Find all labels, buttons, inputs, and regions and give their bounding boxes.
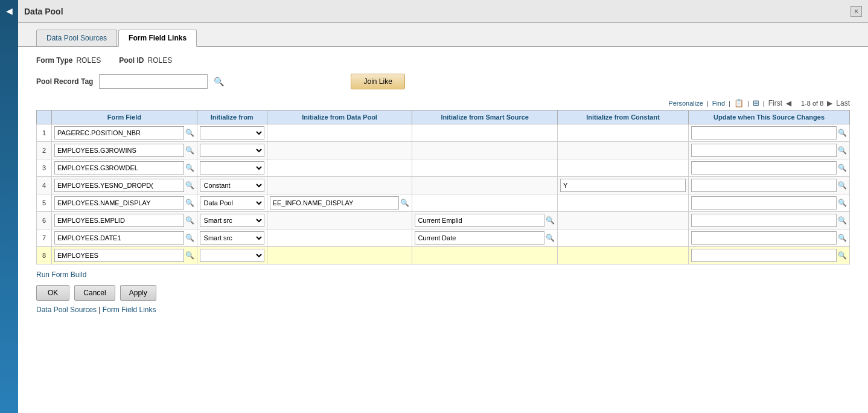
init-data-pool-input[interactable]	[270, 196, 400, 210]
initialize-from-select[interactable]: ConstantData PoolSmart src	[200, 144, 264, 157]
cell-form-field: 🔍	[52, 194, 197, 212]
pool-record-tag-input[interactable]	[99, 74, 208, 89]
form-field-search-icon[interactable]: 🔍	[185, 216, 194, 225]
cell-update-source: 🔍	[689, 247, 850, 264]
init-smart-source-search-icon[interactable]: 🔍	[546, 216, 555, 225]
ok-button[interactable]: OK	[36, 285, 69, 301]
cell-form-field: 🔍	[52, 177, 197, 194]
update-source-search-icon[interactable]: 🔍	[838, 146, 847, 155]
cell-initialize-from: ConstantData PoolSmart src	[197, 177, 267, 194]
update-source-search-icon[interactable]: 🔍	[838, 216, 847, 225]
row-number: 4	[37, 177, 52, 194]
main-panel: Data Pool × Data Pool Sources Form Field…	[18, 0, 868, 413]
update-source-search-icon[interactable]: 🔍	[838, 129, 847, 137]
col-update-source: Update when This Source Changes	[689, 110, 850, 124]
row-number: 8	[37, 247, 52, 264]
view-icon[interactable]: 📋	[734, 98, 744, 107]
tab-data-pool-sources[interactable]: Data Pool Sources	[36, 30, 117, 46]
form-field-input[interactable]	[54, 126, 184, 139]
cell-update-source: 🔍	[689, 194, 850, 212]
form-field-input[interactable]	[54, 214, 184, 227]
pool-record-search-icon[interactable]: 🔍	[214, 77, 224, 86]
bottom-form-field-links-link[interactable]: Form Field Links	[103, 306, 156, 314]
table-row: 3🔍ConstantData PoolSmart src🔍	[37, 159, 850, 177]
form-field-input[interactable]	[54, 179, 184, 192]
close-button[interactable]: ×	[850, 6, 862, 17]
cell-form-field: 🔍	[52, 124, 197, 142]
initialize-from-select[interactable]: ConstantData PoolSmart src	[200, 231, 264, 245]
form-field-search-icon[interactable]: 🔍	[185, 181, 194, 190]
cell-update-source: 🔍	[689, 159, 850, 177]
cell-form-field: 🔍	[52, 247, 197, 264]
table-row: 8🔍ConstantData PoolSmart src🔍	[37, 247, 850, 264]
row-number: 2	[37, 142, 52, 159]
form-field-search-icon[interactable]: 🔍	[185, 199, 194, 207]
bottom-data-pool-sources-link[interactable]: Data Pool Sources	[36, 306, 97, 314]
form-field-input[interactable]	[54, 249, 184, 262]
cell-initialize-from: ConstantData PoolSmart src	[197, 247, 267, 264]
cell-initialize-from: ConstantData PoolSmart src	[197, 229, 267, 247]
run-form-build-link[interactable]: Run Form Build	[36, 271, 86, 279]
update-source-input[interactable]	[691, 196, 837, 210]
update-source-search-icon[interactable]: 🔍	[838, 234, 847, 242]
initialize-from-select[interactable]: ConstantData PoolSmart src	[200, 214, 264, 227]
update-source-input[interactable]	[691, 231, 837, 245]
initialize-from-select[interactable]: ConstantData PoolSmart src	[200, 179, 264, 192]
table-row: 4🔍ConstantData PoolSmart src🔍	[37, 177, 850, 194]
cancel-button[interactable]: Cancel	[74, 285, 115, 301]
form-field-search-icon[interactable]: 🔍	[185, 146, 194, 155]
initialize-from-select[interactable]: ConstantData PoolSmart src	[200, 126, 264, 139]
update-source-input[interactable]	[691, 161, 837, 174]
next-nav-button[interactable]: ▶	[827, 99, 832, 107]
update-source-input[interactable]	[691, 144, 837, 157]
init-smart-source-search-icon[interactable]: 🔍	[546, 234, 555, 242]
cell-init-smart-source	[412, 177, 558, 194]
cell-init-smart-source: 🔍	[412, 229, 558, 247]
update-source-input[interactable]	[691, 179, 837, 192]
form-field-search-icon[interactable]: 🔍	[185, 251, 194, 260]
first-nav-button[interactable]: First	[768, 99, 782, 107]
cell-init-constant	[557, 247, 688, 264]
update-source-input[interactable]	[691, 249, 837, 262]
personalize-link[interactable]: Personalize	[668, 100, 703, 107]
update-source-search-icon[interactable]: 🔍	[838, 164, 847, 172]
init-data-pool-search-icon[interactable]: 🔍	[400, 199, 409, 207]
nav-arrow[interactable]: ◀	[6, 6, 13, 16]
init-smart-source-input[interactable]	[415, 214, 544, 227]
initialize-from-select[interactable]: ConstantData PoolSmart src	[200, 249, 264, 262]
cell-form-field: 🔍	[52, 142, 197, 159]
initialize-from-select[interactable]: ConstantData PoolSmart src	[200, 196, 264, 210]
form-field-input[interactable]	[54, 144, 184, 157]
update-source-input[interactable]	[691, 126, 837, 139]
initialize-from-select[interactable]: ConstantData PoolSmart src	[200, 161, 264, 174]
tab-form-field-links[interactable]: Form Field Links	[118, 30, 197, 47]
row-number: 7	[37, 229, 52, 247]
update-source-search-icon[interactable]: 🔍	[838, 199, 847, 207]
form-field-input[interactable]	[54, 161, 184, 174]
col-init-data-pool: Initialize from Data Pool	[267, 110, 412, 124]
form-field-search-icon[interactable]: 🔍	[185, 234, 194, 242]
last-nav-button[interactable]: Last	[836, 99, 850, 107]
row-number: 1	[37, 124, 52, 142]
init-smart-source-input[interactable]	[415, 231, 544, 245]
prev-nav-button[interactable]: ◀	[786, 99, 791, 107]
row-number: 3	[37, 159, 52, 177]
update-source-search-icon[interactable]: 🔍	[838, 181, 847, 190]
join-like-button[interactable]: Join Like	[351, 74, 404, 89]
cell-init-smart-source	[412, 142, 558, 159]
grid-icon[interactable]: ⊞	[753, 98, 759, 107]
title-bar: Data Pool ×	[18, 0, 868, 23]
form-field-input[interactable]	[54, 231, 184, 245]
cell-init-constant	[557, 124, 688, 142]
cell-initialize-from: ConstantData PoolSmart src	[197, 124, 267, 142]
form-field-input[interactable]	[54, 196, 184, 210]
update-source-input[interactable]	[691, 214, 837, 227]
find-link[interactable]: Find	[712, 100, 725, 107]
form-field-search-icon[interactable]: 🔍	[185, 129, 194, 137]
row-number: 6	[37, 212, 52, 229]
update-source-search-icon[interactable]: 🔍	[838, 251, 847, 260]
cell-initialize-from: ConstantData PoolSmart src	[197, 142, 267, 159]
form-field-search-icon[interactable]: 🔍	[185, 164, 194, 172]
init-constant-input[interactable]	[560, 179, 686, 192]
apply-button[interactable]: Apply	[120, 285, 156, 301]
